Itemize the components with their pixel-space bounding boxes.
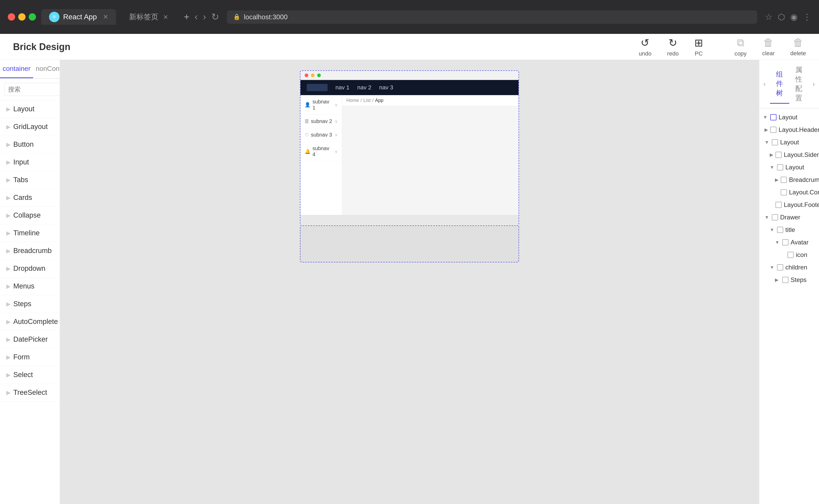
subnav-item-4[interactable]: 🔔 subnav 4 ∨ bbox=[301, 142, 342, 161]
tree-item-layout-3[interactable]: ▼ Layout bbox=[759, 161, 819, 174]
browser-tab-inactive[interactable]: 新标签页 ✕ bbox=[121, 9, 176, 24]
sidebar-item-gridlayout[interactable]: ▶ GridLayout bbox=[0, 118, 60, 136]
sidebar-item-label: Select bbox=[13, 371, 53, 379]
tree-expand-layout-2[interactable]: ▼ bbox=[765, 140, 770, 145]
back-btn[interactable]: ‹ bbox=[194, 11, 198, 22]
tree-item-breadcrumb[interactable]: ▶ Breadcrumb bbox=[759, 174, 819, 186]
sidebar-item-steps[interactable]: ▶ Steps bbox=[0, 295, 60, 313]
tree-label-layout-content: Layout.Content bbox=[789, 189, 819, 196]
preview-nav-2[interactable]: nav 2 bbox=[357, 84, 371, 91]
subnav-item-2[interactable]: ☰ subnav 2 ∨ bbox=[301, 115, 342, 128]
sidebar-item-datepicker[interactable]: ▶ DatePicker bbox=[0, 331, 60, 348]
tree-item-layout[interactable]: ▼ Layout bbox=[759, 111, 819, 124]
left-sidebar: container nonContainer 🔍 ▶ Layout ▶ Grid… bbox=[0, 60, 60, 504]
reload-btn[interactable]: ↻ bbox=[211, 11, 219, 22]
tree-label-layout-3: Layout bbox=[785, 164, 804, 171]
tree-item-drawer[interactable]: ▼ Drawer bbox=[759, 211, 819, 224]
sidebar-item-dropdown[interactable]: ▶ Dropdown bbox=[0, 260, 60, 278]
sidebar-item-input[interactable]: ▶ Input bbox=[0, 153, 60, 171]
sidebar-item-cards[interactable]: ▶ Cards bbox=[0, 189, 60, 207]
tree-expand-layout-sider[interactable]: ▶ bbox=[770, 152, 773, 158]
tab-close-2[interactable]: ✕ bbox=[163, 14, 168, 21]
main-layout: container nonContainer 🔍 ▶ Layout ▶ Grid… bbox=[0, 60, 819, 504]
tree-expand-title[interactable]: ▼ bbox=[770, 227, 775, 233]
undo-icon: ↺ bbox=[641, 37, 650, 49]
address-bar[interactable]: 🔒 localhost:3000 bbox=[227, 10, 757, 24]
sidebar-item-autocomplete[interactable]: ▶ AutoComplete bbox=[0, 313, 60, 331]
tree-expand-drawer[interactable]: ▼ bbox=[765, 215, 770, 220]
dot-green[interactable] bbox=[29, 13, 36, 21]
menu-icon[interactable]: ⋮ bbox=[803, 12, 811, 22]
breadcrumb-list[interactable]: List bbox=[363, 98, 371, 103]
tree-expand-avatar[interactable]: ▼ bbox=[775, 240, 780, 245]
subnav-chevron-1: ∨ bbox=[335, 102, 338, 107]
sidebar-item-select[interactable]: ▶ Select bbox=[0, 366, 60, 384]
sidebar-item-menus[interactable]: ▶ Menus bbox=[0, 278, 60, 295]
breadcrumb-home[interactable]: Home bbox=[346, 98, 359, 103]
dot-yellow[interactable] bbox=[18, 13, 26, 21]
copy-icon: ⧉ bbox=[737, 37, 744, 49]
sidebar-item-button[interactable]: ▶ Button bbox=[0, 136, 60, 153]
dot-red[interactable] bbox=[8, 13, 15, 21]
sidebar-search-container: 🔍 bbox=[0, 79, 60, 100]
redo-icon: ↻ bbox=[669, 37, 677, 49]
tree-expand-children[interactable]: ▼ bbox=[770, 265, 775, 270]
redo-button[interactable]: ↻ redo bbox=[667, 37, 679, 57]
bookmark-icon[interactable]: ☆ bbox=[765, 12, 773, 22]
new-tab-button[interactable]: + bbox=[184, 11, 189, 22]
sidebar-item-collapse[interactable]: ▶ Collapse bbox=[0, 207, 60, 224]
tree-icon-breadcrumb bbox=[781, 177, 787, 183]
subnav-item-1[interactable]: 👤 subnav 1 ∨ bbox=[301, 95, 342, 115]
tab-component-tree[interactable]: 组件树 bbox=[770, 64, 789, 104]
profile-icon[interactable]: ◉ bbox=[790, 12, 798, 22]
browser-tab-active[interactable]: ⚛ React App ✕ bbox=[41, 9, 116, 25]
tree-expand-breadcrumb[interactable]: ▶ bbox=[775, 177, 779, 183]
preview-nav-1[interactable]: nav 1 bbox=[335, 84, 350, 91]
tree-expand-layout[interactable]: ▼ bbox=[763, 115, 768, 120]
preview-nav-3[interactable]: nav 3 bbox=[379, 84, 393, 91]
tab-props-config[interactable]: 属性配置 bbox=[789, 60, 809, 108]
subnav-label-4: subnav 4 bbox=[313, 145, 333, 157]
subnav-item-3[interactable]: ♡ subnav 3 ∨ bbox=[301, 128, 342, 142]
tab-close-1[interactable]: ✕ bbox=[103, 13, 108, 21]
sidebar-item-breadcrumb[interactable]: ▶ Breadcrumb bbox=[0, 242, 60, 260]
sidebar-item-form[interactable]: ▶ Form bbox=[0, 348, 60, 366]
copy-button[interactable]: ⧉ copy bbox=[735, 37, 747, 57]
undo-button[interactable]: ↺ undo bbox=[639, 37, 652, 57]
tree-item-avatar[interactable]: ▼ Avatar bbox=[759, 236, 819, 249]
tab-noncontainer[interactable]: nonContainer bbox=[33, 60, 60, 78]
tree-item-steps[interactable]: ▶ Steps bbox=[759, 274, 819, 286]
sidebar-item-tabs[interactable]: ▶ Tabs bbox=[0, 171, 60, 189]
tree-item-icon[interactable]: ▶ icon bbox=[759, 249, 819, 261]
tree-item-layout-header[interactable]: ▶ Layout.Header bbox=[759, 124, 819, 136]
forward-btn[interactable]: › bbox=[203, 11, 206, 22]
clear-icon: 🗑 bbox=[763, 37, 774, 48]
right-panel-header: ‹ 组件树 属性配置 › bbox=[759, 60, 819, 108]
tree-label-icon: icon bbox=[796, 251, 807, 259]
component-tree: ▼ Layout ▶ Layout.Header ▼ Layout ▶ Layo… bbox=[759, 108, 819, 504]
tree-item-layout-content[interactable]: ▶ Layout.Content bbox=[759, 186, 819, 199]
extensions-icon[interactable]: ⬡ bbox=[778, 12, 785, 22]
panel-collapse-right[interactable]: › bbox=[808, 76, 819, 92]
tree-item-title[interactable]: ▼ title bbox=[759, 224, 819, 236]
delete-button[interactable]: 🗑 delete bbox=[790, 37, 806, 57]
tree-expand-layout-header[interactable]: ▶ bbox=[765, 127, 768, 133]
search-input[interactable] bbox=[4, 83, 60, 96]
tree-expand-steps[interactable]: ▶ bbox=[775, 277, 780, 283]
tree-item-layout-sider[interactable]: ▶ Layout.Sider bbox=[759, 149, 819, 161]
sidebar-item-timeline[interactable]: ▶ Timeline bbox=[0, 224, 60, 242]
tree-item-children[interactable]: ▼ children bbox=[759, 261, 819, 274]
pc-label: PC bbox=[695, 50, 703, 57]
arrow-icon: ▶ bbox=[6, 283, 11, 290]
tree-expand-layout-3[interactable]: ▼ bbox=[770, 165, 775, 170]
sidebar-item-treeselect[interactable]: ▶ TreeSelect bbox=[0, 384, 60, 402]
panel-collapse-left[interactable]: ‹ bbox=[759, 76, 770, 92]
sidebar-item-label: TreeSelect bbox=[13, 389, 53, 397]
tree-item-layout-2[interactable]: ▼ Layout bbox=[759, 136, 819, 149]
tree-item-layout-footer[interactable]: ▶ Layout.Footer bbox=[759, 199, 819, 211]
pc-button[interactable]: ⊞ PC bbox=[694, 37, 703, 57]
tab-container[interactable]: container bbox=[0, 60, 33, 78]
sidebar-item-layout[interactable]: ▶ Layout bbox=[0, 100, 60, 118]
clear-button[interactable]: 🗑 clear bbox=[762, 37, 775, 57]
arrow-icon: ▶ bbox=[6, 372, 11, 378]
